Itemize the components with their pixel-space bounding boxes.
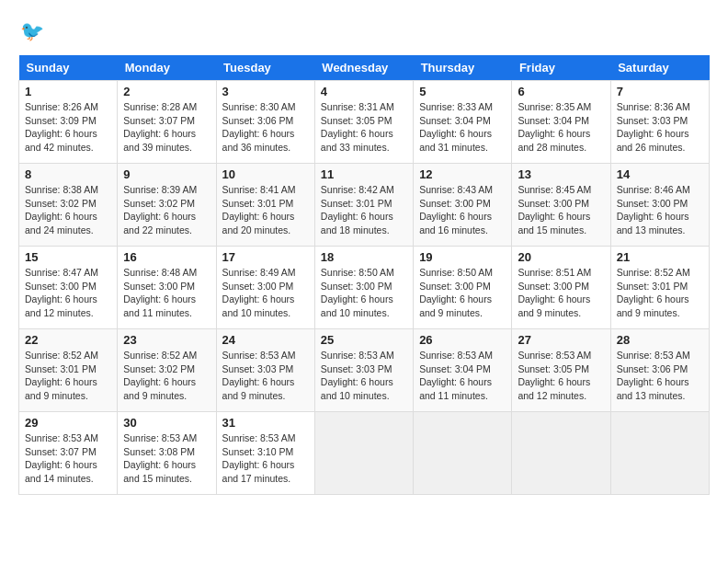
day-info: Sunrise: 8:53 AMSunset: 3:05 PMDaylight:… — [518, 349, 604, 403]
day-header-sunday: Sunday — [19, 55, 118, 81]
calendar-cell: 5Sunrise: 8:33 AMSunset: 3:04 PMDaylight… — [414, 81, 512, 164]
day-number: 14 — [617, 167, 703, 181]
calendar-cell: 29Sunrise: 8:53 AMSunset: 3:07 PMDayligh… — [19, 412, 118, 495]
calendar-cell — [414, 412, 512, 495]
calendar-cell: 17Sunrise: 8:49 AMSunset: 3:00 PMDayligh… — [216, 247, 314, 329]
calendar-cell: 20Sunrise: 8:51 AMSunset: 3:00 PMDayligh… — [512, 247, 610, 329]
logo-icon: 🐦 — [18, 18, 46, 46]
calendar-cell: 12Sunrise: 8:43 AMSunset: 3:00 PMDayligh… — [414, 164, 512, 247]
calendar-cell: 7Sunrise: 8:36 AMSunset: 3:03 PMDaylight… — [610, 81, 709, 164]
day-number: 13 — [518, 167, 604, 181]
day-header-friday: Friday — [512, 55, 610, 81]
day-number: 1 — [25, 85, 111, 98]
calendar-cell — [610, 412, 709, 495]
calendar-cell: 13Sunrise: 8:45 AMSunset: 3:00 PMDayligh… — [512, 164, 610, 247]
calendar-cell: 18Sunrise: 8:50 AMSunset: 3:00 PMDayligh… — [314, 247, 413, 329]
day-number: 20 — [518, 250, 604, 264]
day-info: Sunrise: 8:46 AMSunset: 3:00 PMDaylight:… — [617, 183, 703, 237]
day-number: 30 — [123, 416, 210, 430]
calendar-cell: 16Sunrise: 8:48 AMSunset: 3:00 PMDayligh… — [118, 247, 216, 329]
day-number: 7 — [617, 85, 703, 98]
calendar-cell: 25Sunrise: 8:53 AMSunset: 3:03 PMDayligh… — [314, 329, 413, 412]
day-info: Sunrise: 8:39 AMSunset: 3:02 PMDaylight:… — [123, 183, 210, 237]
day-number: 24 — [222, 333, 309, 347]
calendar-cell: 3Sunrise: 8:30 AMSunset: 3:06 PMDaylight… — [216, 81, 314, 164]
week-row-2: 8Sunrise: 8:38 AMSunset: 3:02 PMDaylight… — [19, 164, 710, 247]
day-info: Sunrise: 8:53 AMSunset: 3:06 PMDaylight:… — [617, 349, 703, 403]
calendar-cell — [314, 412, 413, 495]
day-info: Sunrise: 8:51 AMSunset: 3:00 PMDaylight:… — [518, 266, 604, 320]
day-number: 9 — [123, 167, 210, 181]
calendar-cell: 14Sunrise: 8:46 AMSunset: 3:00 PMDayligh… — [610, 164, 709, 247]
day-info: Sunrise: 8:47 AMSunset: 3:00 PMDaylight:… — [25, 266, 111, 320]
svg-text:🐦: 🐦 — [20, 19, 45, 43]
day-number: 11 — [321, 167, 407, 181]
calendar-cell: 27Sunrise: 8:53 AMSunset: 3:05 PMDayligh… — [512, 329, 610, 412]
day-number: 28 — [617, 333, 703, 347]
day-info: Sunrise: 8:53 AMSunset: 3:08 PMDaylight:… — [123, 431, 210, 486]
day-info: Sunrise: 8:38 AMSunset: 3:02 PMDaylight:… — [25, 183, 111, 237]
calendar-cell — [512, 412, 610, 495]
day-number: 2 — [123, 85, 210, 98]
day-number: 10 — [222, 167, 309, 181]
day-info: Sunrise: 8:33 AMSunset: 3:04 PMDaylight:… — [419, 100, 506, 155]
logo: 🐦 — [18, 18, 50, 46]
day-info: Sunrise: 8:48 AMSunset: 3:00 PMDaylight:… — [123, 266, 210, 320]
calendar-cell: 6Sunrise: 8:35 AMSunset: 3:04 PMDaylight… — [512, 81, 610, 164]
calendar-table: SundayMondayTuesdayWednesdayThursdayFrid… — [18, 55, 710, 495]
day-info: Sunrise: 8:31 AMSunset: 3:05 PMDaylight:… — [321, 100, 407, 155]
day-number: 17 — [222, 250, 309, 264]
day-number: 22 — [25, 333, 111, 347]
day-info: Sunrise: 8:42 AMSunset: 3:01 PMDaylight:… — [321, 183, 407, 237]
day-info: Sunrise: 8:52 AMSunset: 3:02 PMDaylight:… — [123, 349, 210, 403]
day-info: Sunrise: 8:35 AMSunset: 3:04 PMDaylight:… — [518, 100, 604, 155]
day-header-saturday: Saturday — [610, 55, 709, 81]
day-number: 4 — [321, 85, 407, 98]
day-info: Sunrise: 8:43 AMSunset: 3:00 PMDaylight:… — [419, 183, 506, 237]
calendar-cell: 19Sunrise: 8:50 AMSunset: 3:00 PMDayligh… — [414, 247, 512, 329]
calendar-header-row: SundayMondayTuesdayWednesdayThursdayFrid… — [19, 55, 710, 81]
day-info: Sunrise: 8:50 AMSunset: 3:00 PMDaylight:… — [419, 266, 506, 320]
week-row-1: 1Sunrise: 8:26 AMSunset: 3:09 PMDaylight… — [19, 81, 710, 164]
calendar-cell: 11Sunrise: 8:42 AMSunset: 3:01 PMDayligh… — [314, 164, 413, 247]
day-info: Sunrise: 8:28 AMSunset: 3:07 PMDaylight:… — [123, 100, 210, 155]
day-number: 25 — [321, 333, 407, 347]
calendar-cell: 10Sunrise: 8:41 AMSunset: 3:01 PMDayligh… — [216, 164, 314, 247]
calendar-cell: 2Sunrise: 8:28 AMSunset: 3:07 PMDaylight… — [118, 81, 216, 164]
week-row-4: 22Sunrise: 8:52 AMSunset: 3:01 PMDayligh… — [19, 329, 710, 412]
day-info: Sunrise: 8:50 AMSunset: 3:00 PMDaylight:… — [321, 266, 407, 320]
calendar-cell: 31Sunrise: 8:53 AMSunset: 3:10 PMDayligh… — [216, 412, 314, 495]
day-info: Sunrise: 8:30 AMSunset: 3:06 PMDaylight:… — [222, 100, 309, 155]
day-number: 15 — [25, 250, 111, 264]
day-info: Sunrise: 8:53 AMSunset: 3:04 PMDaylight:… — [419, 349, 506, 403]
day-header-thursday: Thursday — [414, 55, 512, 81]
day-number: 8 — [25, 167, 111, 181]
day-number: 19 — [419, 250, 506, 264]
calendar-cell: 28Sunrise: 8:53 AMSunset: 3:06 PMDayligh… — [610, 329, 709, 412]
calendar-cell: 1Sunrise: 8:26 AMSunset: 3:09 PMDaylight… — [19, 81, 118, 164]
day-info: Sunrise: 8:53 AMSunset: 3:10 PMDaylight:… — [222, 431, 309, 486]
calendar-cell: 9Sunrise: 8:39 AMSunset: 3:02 PMDaylight… — [118, 164, 216, 247]
day-number: 12 — [419, 167, 506, 181]
calendar-cell: 15Sunrise: 8:47 AMSunset: 3:00 PMDayligh… — [19, 247, 118, 329]
day-number: 29 — [25, 416, 111, 430]
day-info: Sunrise: 8:53 AMSunset: 3:03 PMDaylight:… — [222, 349, 309, 403]
day-number: 18 — [321, 250, 407, 264]
day-info: Sunrise: 8:26 AMSunset: 3:09 PMDaylight:… — [25, 100, 111, 155]
calendar-cell: 8Sunrise: 8:38 AMSunset: 3:02 PMDaylight… — [19, 164, 118, 247]
page-header: 🐦 — [18, 18, 710, 46]
day-number: 5 — [419, 85, 506, 98]
day-header-wednesday: Wednesday — [314, 55, 413, 81]
day-number: 21 — [617, 250, 703, 264]
calendar-cell: 22Sunrise: 8:52 AMSunset: 3:01 PMDayligh… — [19, 329, 118, 412]
calendar-cell: 26Sunrise: 8:53 AMSunset: 3:04 PMDayligh… — [414, 329, 512, 412]
day-info: Sunrise: 8:36 AMSunset: 3:03 PMDaylight:… — [617, 100, 703, 155]
day-info: Sunrise: 8:52 AMSunset: 3:01 PMDaylight:… — [25, 349, 111, 403]
calendar-cell: 30Sunrise: 8:53 AMSunset: 3:08 PMDayligh… — [118, 412, 216, 495]
day-number: 27 — [518, 333, 604, 347]
day-header-tuesday: Tuesday — [216, 55, 314, 81]
day-info: Sunrise: 8:52 AMSunset: 3:01 PMDaylight:… — [617, 266, 703, 320]
day-number: 6 — [518, 85, 604, 98]
day-info: Sunrise: 8:49 AMSunset: 3:00 PMDaylight:… — [222, 266, 309, 320]
calendar-cell: 24Sunrise: 8:53 AMSunset: 3:03 PMDayligh… — [216, 329, 314, 412]
